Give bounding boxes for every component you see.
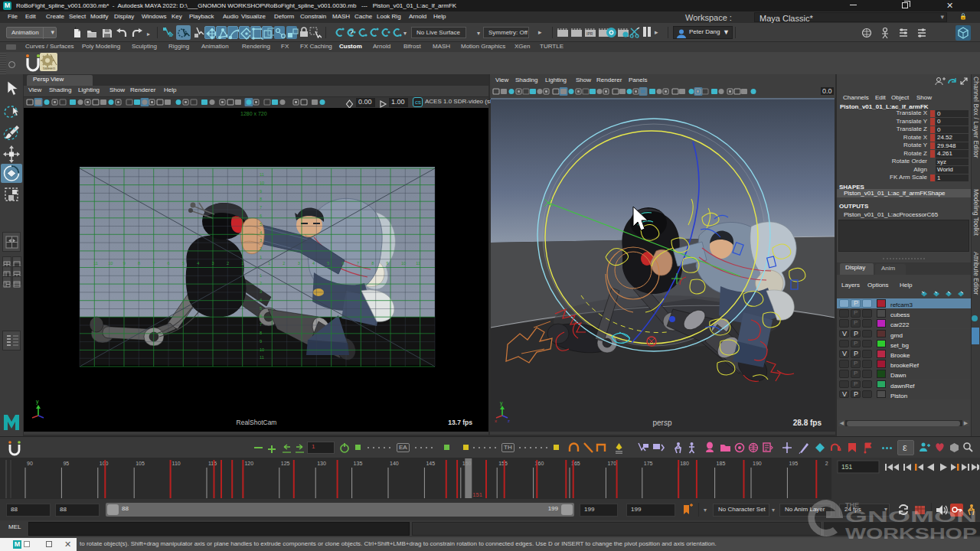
- svg-text:11: 11: [260, 172, 264, 177]
- svg-text:11: 11: [260, 355, 264, 360]
- svg-text:120: 120: [244, 461, 253, 466]
- svg-text:125: 125: [281, 461, 290, 466]
- svg-text:4: 4: [197, 261, 199, 266]
- svg-text:tween: tween: [43, 66, 55, 70]
- svg-text:11: 11: [416, 261, 420, 266]
- svg-text:5: 5: [327, 261, 329, 266]
- svg-text:175: 175: [644, 461, 653, 466]
- svg-text:4: 4: [260, 298, 262, 302]
- svg-text:6: 6: [260, 214, 262, 218]
- svg-text:5: 5: [182, 261, 185, 266]
- svg-text:3: 3: [260, 238, 262, 243]
- svg-text:8: 8: [260, 331, 262, 335]
- svg-text:6: 6: [260, 314, 262, 318]
- svg-text:100: 100: [100, 461, 109, 466]
- svg-text:110: 110: [172, 461, 181, 466]
- svg-text:151: 151: [472, 491, 482, 498]
- svg-text:190: 190: [753, 461, 762, 466]
- svg-text:9: 9: [260, 189, 262, 194]
- svg-text:9: 9: [123, 261, 126, 266]
- svg-text:3: 3: [298, 261, 300, 266]
- svg-text:x: x: [495, 419, 497, 423]
- svg-text:4: 4: [312, 261, 315, 266]
- svg-text:10: 10: [401, 261, 406, 266]
- svg-text:13.7 fps: 13.7 fps: [448, 419, 472, 426]
- svg-text:7: 7: [260, 205, 262, 210]
- svg-text:5: 5: [260, 222, 262, 227]
- svg-text:140: 140: [390, 461, 399, 466]
- svg-text:1: 1: [241, 261, 243, 266]
- svg-text:130: 130: [317, 461, 326, 466]
- svg-text:90: 90: [27, 461, 33, 466]
- svg-text:28.8 fps: 28.8 fps: [793, 419, 822, 427]
- svg-text:IPR: IPR: [586, 31, 593, 36]
- svg-text:1: 1: [260, 255, 262, 259]
- svg-text:155: 155: [498, 461, 508, 466]
- svg-text:195: 195: [789, 461, 798, 466]
- svg-text:7: 7: [357, 261, 359, 266]
- svg-text:8: 8: [260, 197, 262, 201]
- svg-text:2: 2: [260, 281, 262, 285]
- svg-text:980 x 551: 980 x 551: [240, 111, 267, 116]
- svg-text:135: 135: [354, 461, 363, 466]
- svg-text:185: 185: [717, 461, 726, 466]
- svg-text:z: z: [508, 419, 510, 423]
- svg-text:6: 6: [342, 261, 345, 266]
- svg-text:8: 8: [138, 261, 140, 266]
- svg-text:RealShotCam: RealShotCam: [237, 419, 277, 426]
- svg-text:y: y: [500, 400, 503, 406]
- svg-text:8: 8: [371, 261, 374, 266]
- svg-text:7: 7: [260, 322, 262, 327]
- svg-text:170: 170: [607, 461, 616, 466]
- svg-text:5: 5: [260, 306, 262, 311]
- svg-text:3: 3: [212, 261, 214, 266]
- svg-text:3: 3: [260, 289, 262, 294]
- svg-text:115: 115: [208, 461, 217, 466]
- svg-text:105: 105: [136, 461, 145, 466]
- svg-text:9: 9: [387, 261, 389, 266]
- svg-text:2: 2: [260, 246, 262, 251]
- svg-text:persp: persp: [652, 419, 671, 427]
- svg-text:10: 10: [260, 347, 264, 352]
- svg-text:2: 2: [227, 261, 229, 266]
- svg-text:4: 4: [260, 230, 262, 235]
- svg-text:6: 6: [168, 261, 170, 266]
- svg-text:95: 95: [63, 461, 69, 466]
- svg-text:151: 151: [841, 463, 852, 471]
- svg-text:145: 145: [426, 461, 435, 466]
- svg-text:2: 2: [825, 461, 828, 466]
- svg-text:11: 11: [93, 261, 98, 266]
- svg-text:2: 2: [283, 261, 285, 266]
- svg-text:y: y: [36, 399, 39, 405]
- svg-text:10: 10: [260, 181, 264, 185]
- svg-text:180: 180: [680, 461, 689, 466]
- svg-text:1: 1: [260, 273, 262, 278]
- svg-text:10: 10: [108, 261, 113, 266]
- svg-text:1: 1: [268, 261, 270, 266]
- svg-text:9: 9: [260, 339, 262, 344]
- svg-text:7: 7: [152, 261, 155, 266]
